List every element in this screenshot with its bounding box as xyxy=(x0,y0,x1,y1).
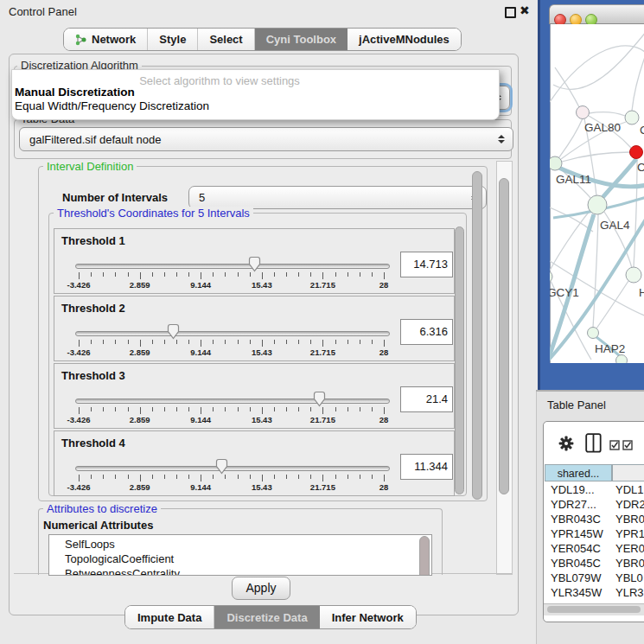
table-cell[interactable]: YER054C xyxy=(551,541,601,556)
table-cell[interactable]: YER0 xyxy=(615,541,644,556)
network-node-label: C xyxy=(637,161,644,174)
bottom-tab-discretize-data[interactable]: Discretize Data xyxy=(214,606,319,628)
attribute-list-item[interactable]: SelfLoops xyxy=(65,538,115,552)
table-cell[interactable]: YBR0 xyxy=(615,556,644,571)
network-edge[interactable] xyxy=(553,31,644,89)
interval-scrollbar[interactable] xyxy=(472,171,482,500)
table-cell[interactable]: YPR1 xyxy=(615,526,644,541)
tick xyxy=(360,340,360,344)
slider-handle-icon[interactable] xyxy=(313,391,326,407)
table-cell[interactable]: YDR2 xyxy=(615,497,644,512)
threshold-slider-track[interactable] xyxy=(75,264,390,269)
network-node[interactable] xyxy=(577,106,590,119)
table-cell[interactable]: YBL0 xyxy=(615,571,643,585)
algorithm-option[interactable]: Manual Discretization xyxy=(15,86,135,99)
network-node[interactable] xyxy=(550,271,552,283)
table-cell[interactable]: YBL079W xyxy=(551,571,602,585)
threshold-label: Threshold 4 xyxy=(61,437,125,450)
table-column-header[interactable]: shared... xyxy=(545,464,612,481)
network-node[interactable] xyxy=(616,355,628,364)
tick xyxy=(115,475,116,479)
tab-jactivemnodules[interactable]: jActiveMNodules xyxy=(348,29,461,50)
table-cell[interactable]: YPR145W xyxy=(551,526,603,541)
close-icon[interactable]: ✖ xyxy=(520,3,530,17)
slider-handle-icon[interactable] xyxy=(167,323,180,340)
tick xyxy=(152,475,153,479)
tick-label: 2.859 xyxy=(130,348,150,357)
threshold-value-input[interactable]: 11.344 xyxy=(400,454,453,480)
network-edge[interactable] xyxy=(632,57,644,111)
split-table-icon[interactable] xyxy=(585,433,602,453)
attribute-list-item[interactable]: TopologicalCoefficient xyxy=(65,552,174,567)
table-cell[interactable]: YBR045C xyxy=(551,556,601,571)
slider-handle-icon[interactable] xyxy=(248,256,261,272)
network-edge[interactable] xyxy=(593,214,598,328)
tab-cyni-toolbox[interactable]: Cyni Toolbox xyxy=(255,29,348,50)
tab-style[interactable]: Style xyxy=(148,29,198,50)
tick-label: -3.426 xyxy=(67,348,91,357)
thresholds-scrollbar[interactable] xyxy=(455,226,464,494)
tick xyxy=(262,340,263,347)
tick xyxy=(286,340,287,344)
tick xyxy=(250,340,251,344)
table-cell[interactable]: YDL1 xyxy=(615,482,644,497)
gear-icon[interactable] xyxy=(558,436,574,451)
table-column-header[interactable]: n xyxy=(612,464,644,481)
table-cell[interactable]: YLR345W xyxy=(551,585,602,600)
checkbox-icon[interactable] xyxy=(622,440,633,450)
threshold-row: Threshold 3-3.4262.8599.14415.4321.71528… xyxy=(54,363,455,429)
bottom-tab-infer-network[interactable]: Infer Network xyxy=(320,606,416,628)
tick xyxy=(152,340,153,344)
network-edge[interactable] xyxy=(550,46,644,102)
slider-handle-icon[interactable] xyxy=(215,458,228,475)
threshold-value-input[interactable]: 6.316 xyxy=(400,319,453,345)
threshold-slider-track[interactable] xyxy=(75,466,390,471)
network-edge[interactable] xyxy=(634,159,637,267)
panel-scrollbar-track[interactable] xyxy=(496,161,513,575)
network-window-titlebar[interactable] xyxy=(549,4,644,24)
network-edge[interactable] xyxy=(562,152,630,162)
tab-select[interactable]: Select xyxy=(198,29,254,50)
panel-scrollbar-thumb[interactable] xyxy=(499,178,509,494)
network-node[interactable] xyxy=(626,267,641,283)
tick xyxy=(213,407,214,411)
table-cell[interactable]: YLR3 xyxy=(615,585,644,600)
threshold-slider-track[interactable] xyxy=(75,331,390,336)
panel-divider[interactable] xyxy=(536,390,644,392)
table-cell[interactable]: YBR043C xyxy=(551,512,601,526)
table-hscrollbar[interactable] xyxy=(544,603,644,615)
apply-button[interactable]: Apply xyxy=(232,577,290,600)
bottom-tab-impute-data[interactable]: Impute Data xyxy=(125,606,214,628)
float-window-icon[interactable] xyxy=(505,7,516,18)
tick xyxy=(164,272,165,277)
network-graph[interactable]: GAL80G.CGAL11GAL4GCY1HHAP2 xyxy=(550,24,644,363)
network-node[interactable] xyxy=(588,328,599,339)
numerical-attributes-label: Numerical Attributes xyxy=(43,519,153,532)
threshold-label: Threshold 2 xyxy=(61,302,125,315)
network-edge[interactable] xyxy=(589,112,625,116)
attribute-list-item[interactable]: BetweennessCentrality xyxy=(65,567,180,576)
checkbox-icon[interactable] xyxy=(609,440,620,450)
numerical-attributes-list[interactable]: SelfLoopsTopologicalCoefficientBetweenne… xyxy=(48,534,432,576)
network-edge[interactable] xyxy=(602,159,636,199)
table-hscrollbar-thumb[interactable] xyxy=(547,606,641,613)
table-data-combobox[interactable]: galFiltered.sif default node xyxy=(19,127,513,151)
network-node[interactable] xyxy=(630,146,643,159)
threshold-value-input[interactable]: 14.713 xyxy=(400,252,453,277)
threshold-slider-track[interactable] xyxy=(75,399,390,404)
table-cell[interactable]: YBR0 xyxy=(615,512,644,526)
number-of-intervals-spinner[interactable]: 5 xyxy=(188,186,487,209)
threshold-value-input[interactable]: 21.4 xyxy=(400,386,453,412)
network-node[interactable] xyxy=(588,195,607,214)
network-edge[interactable] xyxy=(550,207,593,232)
attributes-list-scrollbar[interactable] xyxy=(419,536,430,576)
tick xyxy=(152,407,153,411)
network-node-label: G. xyxy=(640,124,644,137)
tab-network[interactable]: Network xyxy=(64,29,148,50)
table-cell[interactable]: YDR27... xyxy=(551,497,596,512)
table-cell[interactable]: YDL19... xyxy=(551,482,595,497)
network-node[interactable] xyxy=(625,111,639,124)
network-node[interactable] xyxy=(550,156,562,170)
tick-label: 9.144 xyxy=(190,280,211,290)
algorithm-option[interactable]: Equal Width/Frequency Discretization xyxy=(15,99,209,112)
